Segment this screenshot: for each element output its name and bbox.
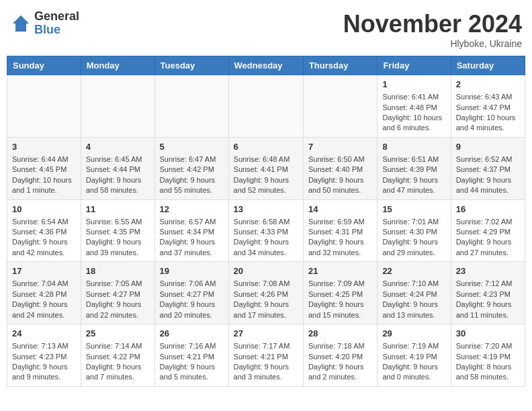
day-info: Sunrise: 7:19 AM Sunset: 4:19 PM Dayligh… [382, 342, 439, 381]
day-info: Sunrise: 6:52 AM Sunset: 4:37 PM Dayligh… [456, 155, 513, 194]
day-info: Sunrise: 6:45 AM Sunset: 4:44 PM Dayligh… [86, 155, 142, 194]
calendar-cell: 29Sunrise: 7:19 AM Sunset: 4:19 PM Dayli… [378, 324, 451, 387]
calendar-cell: 11Sunrise: 6:55 AM Sunset: 4:35 PM Dayli… [81, 199, 154, 262]
weekday-header-tuesday: Tuesday [154, 56, 228, 75]
day-number: 17 [12, 265, 76, 277]
day-number: 16 [456, 203, 520, 216]
day-info: Sunrise: 6:59 AM Sunset: 4:31 PM Dayligh… [308, 218, 365, 257]
day-number: 20 [234, 265, 298, 277]
day-info: Sunrise: 6:48 AM Sunset: 4:41 PM Dayligh… [234, 155, 290, 194]
calendar-cell: 30Sunrise: 7:20 AM Sunset: 4:19 PM Dayli… [451, 324, 525, 387]
svg-marker-1 [13, 15, 29, 29]
calendar-cell: 8Sunrise: 6:51 AM Sunset: 4:39 PM Daylig… [378, 137, 451, 199]
month-title: November 2024 [343, 10, 522, 38]
weekday-header-wednesday: Wednesday [228, 56, 303, 75]
day-info: Sunrise: 7:08 AM Sunset: 4:26 PM Dayligh… [234, 279, 290, 318]
day-number: 2 [456, 79, 520, 91]
day-info: Sunrise: 7:05 AM Sunset: 4:27 PM Dayligh… [86, 279, 142, 318]
calendar-cell: 14Sunrise: 6:59 AM Sunset: 4:31 PM Dayli… [303, 199, 377, 262]
calendar-cell: 1Sunrise: 6:41 AM Sunset: 4:48 PM Daylig… [378, 75, 451, 138]
day-info: Sunrise: 6:44 AM Sunset: 4:45 PM Dayligh… [12, 155, 72, 194]
page-header: General Blue November 2024 Hlyboke, Ukra… [7, 7, 525, 49]
day-info: Sunrise: 7:01 AM Sunset: 4:30 PM Dayligh… [382, 218, 439, 257]
calendar-cell: 2Sunrise: 6:43 AM Sunset: 4:47 PM Daylig… [451, 75, 525, 138]
calendar-cell [228, 75, 303, 138]
day-number: 25 [86, 328, 150, 340]
logo-blue-text: Blue [34, 24, 79, 37]
logo-general-text: General [34, 10, 79, 24]
logo-icon [10, 13, 32, 34]
day-number: 11 [86, 203, 150, 216]
logo: General Blue [10, 10, 79, 37]
calendar-cell: 12Sunrise: 6:57 AM Sunset: 4:34 PM Dayli… [154, 199, 228, 262]
week-row-2: 3Sunrise: 6:44 AM Sunset: 4:45 PM Daylig… [7, 137, 525, 199]
calendar-cell: 18Sunrise: 7:05 AM Sunset: 4:27 PM Dayli… [81, 262, 154, 324]
day-number: 5 [160, 141, 224, 153]
day-number: 21 [308, 265, 372, 277]
day-number: 12 [160, 203, 224, 216]
day-number: 3 [12, 141, 76, 153]
calendar-cell: 7Sunrise: 6:50 AM Sunset: 4:40 PM Daylig… [303, 137, 377, 199]
calendar-cell: 15Sunrise: 7:01 AM Sunset: 4:30 PM Dayli… [378, 199, 451, 262]
weekday-header-sunday: Sunday [7, 56, 81, 75]
day-number: 1 [382, 79, 445, 91]
day-number: 6 [234, 141, 298, 153]
calendar-cell: 17Sunrise: 7:04 AM Sunset: 4:28 PM Dayli… [7, 262, 81, 324]
day-number: 19 [160, 265, 224, 277]
day-number: 27 [234, 328, 298, 340]
day-info: Sunrise: 7:14 AM Sunset: 4:22 PM Dayligh… [86, 342, 142, 381]
day-info: Sunrise: 7:02 AM Sunset: 4:29 PM Dayligh… [456, 218, 513, 257]
day-info: Sunrise: 7:04 AM Sunset: 4:28 PM Dayligh… [12, 279, 69, 318]
calendar-cell: 16Sunrise: 7:02 AM Sunset: 4:29 PM Dayli… [451, 199, 525, 262]
calendar-cell [154, 75, 228, 138]
day-info: Sunrise: 6:51 AM Sunset: 4:39 PM Dayligh… [382, 155, 439, 194]
day-info: Sunrise: 6:57 AM Sunset: 4:34 PM Dayligh… [160, 218, 216, 257]
day-info: Sunrise: 7:09 AM Sunset: 4:25 PM Dayligh… [308, 279, 365, 318]
calendar-cell: 10Sunrise: 6:54 AM Sunset: 4:36 PM Dayli… [7, 199, 81, 262]
calendar-cell: 6Sunrise: 6:48 AM Sunset: 4:41 PM Daylig… [228, 137, 303, 199]
calendar-cell: 19Sunrise: 7:06 AM Sunset: 4:27 PM Dayli… [154, 262, 228, 324]
calendar-cell: 4Sunrise: 6:45 AM Sunset: 4:44 PM Daylig… [81, 137, 154, 199]
day-number: 8 [382, 141, 445, 153]
day-info: Sunrise: 6:58 AM Sunset: 4:33 PM Dayligh… [234, 218, 290, 257]
day-number: 4 [86, 141, 150, 153]
calendar-cell: 13Sunrise: 6:58 AM Sunset: 4:33 PM Dayli… [228, 199, 303, 262]
day-number: 18 [86, 265, 150, 277]
day-number: 10 [12, 203, 76, 216]
calendar-cell: 28Sunrise: 7:18 AM Sunset: 4:20 PM Dayli… [303, 324, 377, 387]
calendar-cell: 27Sunrise: 7:17 AM Sunset: 4:21 PM Dayli… [228, 324, 303, 387]
calendar-cell: 25Sunrise: 7:14 AM Sunset: 4:22 PM Dayli… [81, 324, 154, 387]
day-info: Sunrise: 7:18 AM Sunset: 4:20 PM Dayligh… [308, 342, 365, 381]
day-info: Sunrise: 6:50 AM Sunset: 4:40 PM Dayligh… [308, 155, 365, 194]
day-number: 14 [308, 203, 372, 216]
day-info: Sunrise: 6:47 AM Sunset: 4:42 PM Dayligh… [160, 155, 216, 194]
day-info: Sunrise: 7:16 AM Sunset: 4:21 PM Dayligh… [160, 342, 216, 381]
week-row-5: 24Sunrise: 7:13 AM Sunset: 4:23 PM Dayli… [7, 324, 525, 387]
day-info: Sunrise: 6:43 AM Sunset: 4:47 PM Dayligh… [456, 93, 516, 132]
day-number: 26 [160, 328, 224, 340]
calendar-cell: 24Sunrise: 7:13 AM Sunset: 4:23 PM Dayli… [7, 324, 81, 387]
day-number: 7 [308, 141, 372, 153]
day-number: 28 [308, 328, 372, 340]
day-info: Sunrise: 6:55 AM Sunset: 4:35 PM Dayligh… [86, 218, 142, 257]
day-info: Sunrise: 7:10 AM Sunset: 4:24 PM Dayligh… [382, 279, 439, 318]
day-info: Sunrise: 7:17 AM Sunset: 4:21 PM Dayligh… [234, 342, 290, 381]
calendar-cell: 21Sunrise: 7:09 AM Sunset: 4:25 PM Dayli… [303, 262, 377, 324]
calendar-cell: 20Sunrise: 7:08 AM Sunset: 4:26 PM Dayli… [228, 262, 303, 324]
logo-text: General Blue [34, 10, 79, 37]
day-number: 30 [456, 328, 520, 340]
weekday-header-monday: Monday [81, 56, 154, 75]
calendar-table: SundayMondayTuesdayWednesdayThursdayFrid… [7, 56, 525, 387]
title-area: November 2024 Hlyboke, Ukraine [343, 10, 522, 49]
day-number: 22 [382, 265, 445, 277]
calendar-cell: 23Sunrise: 7:12 AM Sunset: 4:23 PM Dayli… [451, 262, 525, 324]
day-info: Sunrise: 7:12 AM Sunset: 4:23 PM Dayligh… [456, 279, 513, 318]
day-number: 13 [234, 203, 298, 216]
week-row-4: 17Sunrise: 7:04 AM Sunset: 4:28 PM Dayli… [7, 262, 525, 324]
weekday-header-saturday: Saturday [451, 56, 525, 75]
day-number: 24 [12, 328, 76, 340]
day-info: Sunrise: 6:41 AM Sunset: 4:48 PM Dayligh… [382, 93, 442, 132]
week-row-1: 1Sunrise: 6:41 AM Sunset: 4:48 PM Daylig… [7, 75, 525, 138]
calendar-cell: 9Sunrise: 6:52 AM Sunset: 4:37 PM Daylig… [451, 137, 525, 199]
calendar-cell [81, 75, 154, 138]
